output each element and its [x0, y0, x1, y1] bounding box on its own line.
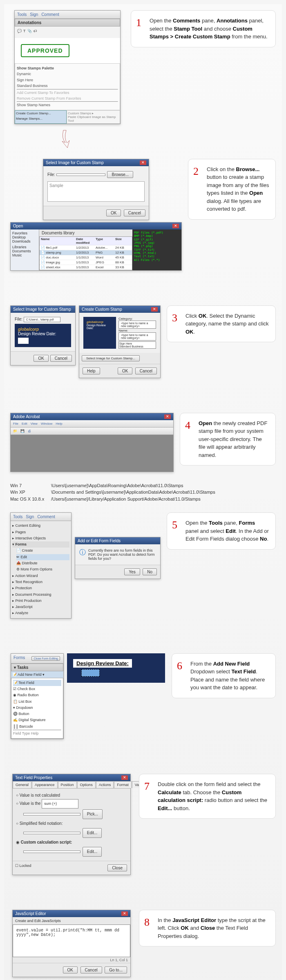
manage-stamps-item[interactable]: Manage Stamps... — [15, 116, 66, 121]
yes-button[interactable]: Yes — [124, 568, 140, 575]
add-new-field-dropdown[interactable]: 📝 Add New Field ▾ — [11, 671, 63, 678]
tab-tools[interactable]: Tools — [17, 12, 27, 17]
tab-comment[interactable]: Comment — [41, 12, 59, 17]
browse-button[interactable]: Browse... — [107, 171, 133, 178]
attach-icon[interactable]: 📎 — [27, 29, 32, 36]
note-icon[interactable]: 💬 — [17, 29, 22, 36]
tab-sign[interactable]: Sign — [30, 12, 38, 17]
step-5-instruction: 5 Open the Tools pane, Forms panel and s… — [167, 512, 276, 550]
stamp-paths-user: Win 7\Users\[username]\AppData\Roaming\A… — [10, 482, 276, 503]
info-icon: ⓘ — [79, 548, 86, 557]
step-7-instruction: 7 Double click on the form field and sel… — [139, 774, 276, 819]
select-image-dialog: Select Image for Custom Stamp✕ File: Bro… — [43, 159, 149, 220]
add-field-panel: Forms Close Form Editing ▾ Tasks 📝 Add N… — [11, 653, 64, 739]
close-button[interactable]: Close — [107, 864, 127, 871]
cancel-button[interactable]: Cancel — [124, 209, 145, 216]
stamp-menu: Show Stamps Palette Dynamic Sign Here St… — [15, 63, 120, 110]
stamp-design-preview: Design Review Date: — [67, 653, 165, 683]
no-button[interactable]: No — [143, 568, 157, 575]
open-icon[interactable]: 📁 — [13, 429, 17, 433]
flow-arrow-icon — [86, 275, 106, 295]
highlight-icon[interactable]: T — [23, 29, 26, 36]
flow-arrow-icon — [78, 743, 98, 764]
annotations-header[interactable]: Annotations — [15, 19, 120, 27]
close-form-editing-button[interactable]: Close Form Editing — [31, 656, 60, 661]
javascript-editor-dialog: JavaScript Editor✕ Create and Edit JavaS… — [12, 910, 131, 977]
step-8-instruction: 8 In the JavaScript Editor type the scri… — [139, 910, 276, 947]
forms-edit-item[interactable]: ✏ Edit — [16, 554, 69, 560]
name-input[interactable]: <type here to name a new category> — [118, 332, 156, 341]
acrobat-window: Adobe Acrobat✕ File Edit View Window Hel… — [10, 413, 174, 472]
stamp-tool-icon[interactable]: 🏷 — [34, 29, 37, 36]
tools-forms-panel: Tools Sign Comment ▸ Content Editing ▸ P… — [10, 512, 72, 618]
print-icon[interactable]: 🖨 — [28, 429, 31, 433]
create-custom-stamp-dialog: Create Custom Stamp✕ globalcorp Design R… — [79, 305, 161, 378]
ok-button[interactable]: OK — [106, 209, 121, 216]
annotations-panel-screenshot: Tools Sign Comment Annotations 💬 T 📎 🏷 A… — [14, 10, 121, 124]
close-icon[interactable]: ✕ — [140, 160, 146, 165]
save-icon[interactable]: 💾 — [20, 429, 25, 433]
create-custom-stamp-item[interactable]: Create Custom Stamp... — [15, 111, 66, 116]
step-6-instruction: 6 From the Add New Field Dropdown select… — [172, 653, 276, 698]
step-3-instruction: 3 Click OK. Select the Dynamic category,… — [167, 305, 276, 343]
category-input[interactable]: <type here to name a new category> — [118, 321, 156, 329]
flow-arrow-icon — [61, 879, 82, 900]
file-menu[interactable]: File — [13, 422, 18, 425]
select-image-preview: Select Image for Custom Stamp File: C:\U… — [10, 305, 76, 365]
date-text-field[interactable] — [81, 669, 100, 677]
custom-calc-radio[interactable]: Custom calculation script: — [16, 839, 127, 846]
open-file-dialog: Open✕ Favorites Desktop Downloads Librar… — [10, 222, 182, 271]
select-image-button[interactable]: Select Image for Custom Stamp... — [82, 355, 140, 361]
step-1-instruction: 1 Open the Comments pane, Annotations pa… — [131, 10, 276, 47]
edit-script-button[interactable]: Edit... — [83, 847, 102, 857]
script-textarea[interactable]: event.value = util.printd("h:MM tt, mmm … — [13, 924, 130, 957]
field-properties-dialog: Text Field Properties✕ General Appearanc… — [12, 774, 131, 875]
flow-arrow-icon — [75, 382, 96, 403]
step-2-instruction: 2 Click on the Browse... button to creat… — [188, 159, 276, 220]
flow-arrow-icon — [57, 128, 78, 149]
flow-arrow-icon — [75, 623, 96, 643]
ok-button[interactable]: OK — [63, 967, 78, 973]
text-field-option[interactable]: 📝 Text Field — [13, 680, 61, 686]
approved-stamp: APPROVED — [21, 44, 69, 57]
form-fields-dialog: Add or Edit Form Fields ⓘ Currently ther… — [75, 537, 161, 579]
step-4-instruction: 4 Open the newly created PDF stamp file … — [180, 413, 276, 466]
